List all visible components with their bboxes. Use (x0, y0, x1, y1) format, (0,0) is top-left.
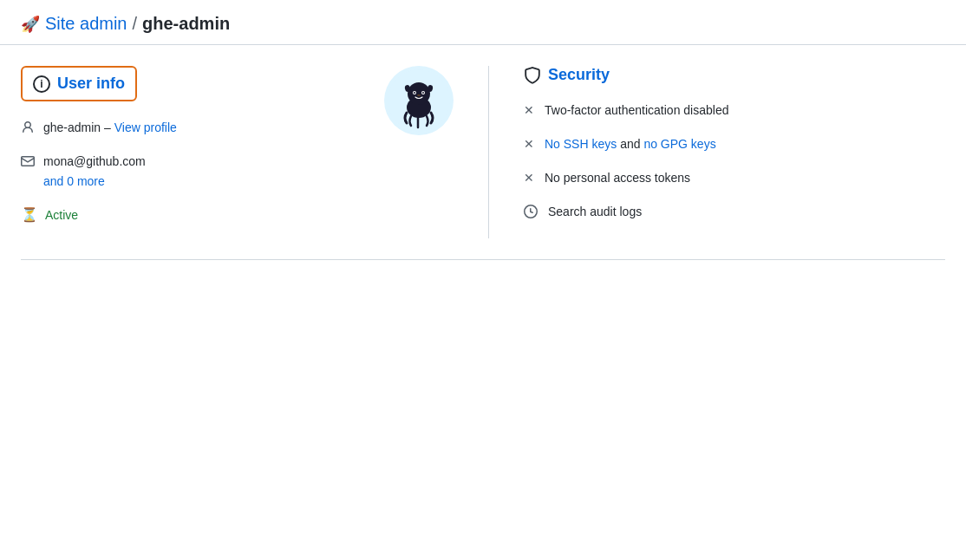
info-icon: i (33, 75, 50, 93)
x-icon-keys: ✕ (524, 137, 534, 151)
svg-point-6 (422, 92, 424, 94)
octocat-svg (388, 69, 450, 132)
x-icon-tokens: ✕ (524, 171, 534, 185)
security-item-audit: Search audit logs (524, 203, 945, 221)
view-profile-link[interactable]: View profile (114, 120, 177, 134)
keys-text: No SSH keys and no GPG keys (545, 135, 716, 153)
rocket-icon: 🚀 (21, 15, 40, 34)
bottom-divider (21, 259, 945, 260)
user-info-header: i User info (21, 66, 137, 101)
shield-icon (524, 67, 541, 84)
breadcrumb: 🚀 Site admin / ghe-admin (21, 14, 230, 34)
user-section: i User info ghe-admin – View profile (21, 66, 454, 238)
site-admin-link[interactable]: Site admin (45, 14, 127, 34)
username-content: ghe-admin – View profile (43, 119, 177, 137)
security-item-tokens: ✕ No personal access tokens (524, 169, 945, 187)
page-header: 🚀 Site admin / ghe-admin (0, 0, 966, 45)
active-status-row: ⏳ Active (21, 206, 367, 223)
security-header: Security (524, 66, 945, 84)
mail-icon (21, 154, 35, 171)
email-content: mona@github.com and 0 more (43, 153, 146, 191)
security-panel: Security ✕ Two-factor authentication dis… (489, 66, 945, 238)
clock-icon (524, 205, 538, 221)
breadcrumb-separator: / (133, 14, 138, 34)
no-gpg-keys-link[interactable]: no GPG keys (643, 137, 715, 151)
user-details: i User info ghe-admin – View profile (21, 66, 367, 238)
keys-separator: and (617, 137, 643, 151)
2fa-text: Two-factor authentication disabled (545, 101, 728, 120)
search-audit-logs-link[interactable]: Search audit logs (548, 203, 642, 221)
user-info-title: User info (57, 75, 125, 93)
user-info-panel: i User info ghe-admin – View profile (21, 66, 489, 238)
current-page-title: ghe-admin (142, 14, 230, 34)
security-items: ✕ Two-factor authentication disabled ✕ N… (524, 101, 945, 221)
main-content: i User info ghe-admin – View profile (0, 45, 966, 259)
security-title: Security (548, 66, 610, 84)
active-status-text: Active (45, 208, 78, 222)
username-separator: – (104, 120, 114, 134)
x-icon-2fa: ✕ (524, 103, 534, 117)
email-text: mona@github.com (43, 153, 146, 171)
username-text: ghe-admin (43, 120, 101, 134)
no-ssh-keys-link[interactable]: No SSH keys (545, 137, 617, 151)
svg-point-2 (408, 82, 430, 105)
avatar (384, 66, 454, 135)
email-row: mona@github.com and 0 more (21, 153, 367, 191)
security-item-2fa: ✕ Two-factor authentication disabled (524, 101, 945, 120)
hourglass-icon: ⏳ (21, 206, 38, 223)
security-item-keys: ✕ No SSH keys and no GPG keys (524, 135, 945, 153)
svg-point-5 (414, 92, 415, 94)
person-icon (21, 120, 35, 137)
username-row: ghe-admin – View profile (21, 119, 367, 137)
and-more-link[interactable]: and 0 more (43, 173, 146, 191)
avatar-container (384, 66, 454, 135)
no-tokens-link[interactable]: No personal access tokens (545, 169, 690, 187)
svg-point-9 (417, 94, 421, 96)
